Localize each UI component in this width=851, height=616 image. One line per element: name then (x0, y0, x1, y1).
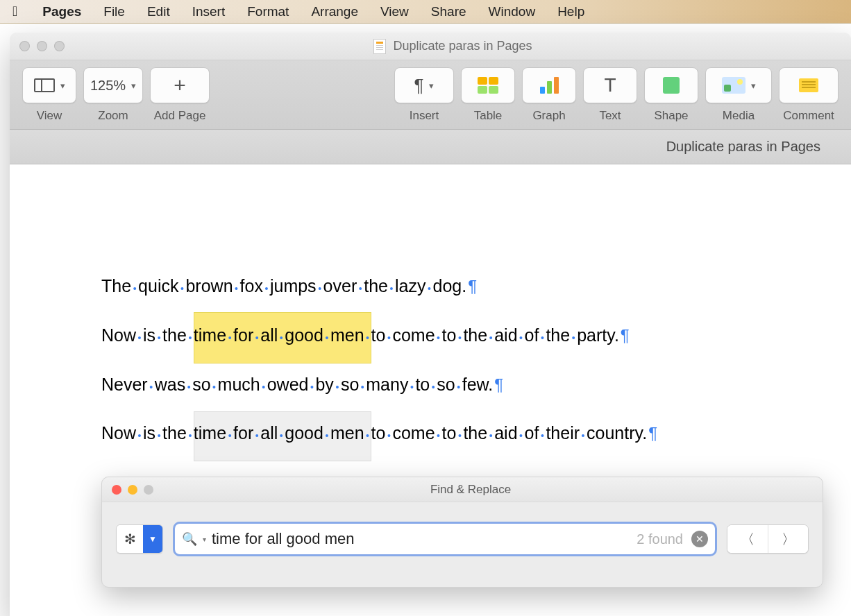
word[interactable]: time (194, 423, 226, 443)
apple-logo-icon[interactable]:  (12, 3, 17, 19)
word[interactable]: so (192, 375, 210, 394)
word[interactable]: owed (267, 375, 309, 394)
word[interactable]: quick (138, 276, 178, 296)
shape-button[interactable] (644, 67, 698, 103)
table-button[interactable] (461, 67, 515, 103)
word[interactable]: is (143, 325, 155, 345)
document-page[interactable]: Thequickbrownfoxjumpsoverthelazydog.¶Now… (10, 164, 851, 616)
word[interactable]: to (415, 375, 430, 394)
word[interactable]: good (285, 423, 323, 443)
app-window: Duplicate paras in Pages ▾ View 125% ▾ Z… (10, 33, 851, 616)
word[interactable]: country. (587, 423, 647, 443)
tab-title[interactable]: Duplicate paras in Pages (666, 139, 820, 155)
word[interactable]: over (323, 276, 357, 296)
word[interactable]: for (233, 325, 253, 345)
menu-edit[interactable]: Edit (136, 0, 181, 24)
window-minimize-button[interactable] (37, 41, 47, 51)
word[interactable]: lazy (395, 276, 426, 296)
menu-insert[interactable]: Insert (181, 0, 237, 24)
add-page-button[interactable]: + (150, 67, 210, 103)
word[interactable]: time (194, 325, 226, 345)
menu-window[interactable]: Window (478, 0, 547, 24)
comment-button[interactable] (779, 67, 839, 103)
window-close-button[interactable] (19, 41, 30, 51)
space-invisible-icon (430, 374, 437, 395)
shape-icon (663, 77, 680, 94)
word[interactable]: few. (462, 375, 493, 394)
word[interactable]: much (218, 375, 260, 394)
menu-help[interactable]: Help (546, 0, 596, 24)
word[interactable]: for (233, 423, 253, 443)
word[interactable]: so (341, 375, 359, 394)
menu-arrange[interactable]: Arrange (300, 0, 369, 24)
paragraph[interactable]: Neverwassomuchowedbysomanytosofew.¶ (101, 374, 851, 395)
word[interactable]: of (525, 325, 539, 345)
word[interactable]: so (437, 375, 455, 394)
word[interactable]: good (285, 325, 323, 345)
space-invisible-icon (260, 374, 267, 395)
word[interactable]: all (260, 325, 278, 345)
word[interactable]: Now (101, 423, 136, 443)
chevron-down-icon[interactable]: ▾ (203, 536, 206, 543)
word[interactable]: aid (494, 423, 517, 443)
word[interactable]: is (143, 423, 155, 443)
word[interactable]: the (162, 325, 187, 345)
word[interactable]: dog. (432, 276, 466, 296)
space-invisible-icon (334, 374, 341, 395)
comment-icon (799, 78, 818, 92)
menu-format[interactable]: Format (236, 0, 300, 24)
word[interactable]: the (364, 276, 388, 296)
paragraph[interactable]: Nowisthetimeforallgoodmentocometotheaido… (101, 422, 851, 444)
word[interactable]: aid (494, 325, 517, 345)
zoom-button[interactable]: 125% ▾ (83, 67, 143, 103)
find-field-wrap: 🔍 ▾ 2 found ✕ (173, 522, 717, 556)
word[interactable]: fox (240, 276, 263, 296)
word[interactable]: party. (577, 325, 619, 345)
word[interactable]: their (546, 423, 580, 443)
window-zoom-button[interactable] (54, 41, 65, 51)
view-button[interactable]: ▾ (22, 67, 76, 103)
word[interactable]: come (392, 325, 435, 345)
menu-share[interactable]: Share (420, 0, 478, 24)
menu-file[interactable]: File (92, 0, 136, 24)
word[interactable]: men (330, 325, 364, 345)
space-invisible-icon (226, 422, 233, 443)
find-input[interactable] (212, 530, 631, 548)
menu-view[interactable]: View (369, 0, 420, 24)
insert-button[interactable]: ¶ ▾ (394, 67, 454, 103)
menu-app[interactable]: Pages (31, 0, 92, 24)
window-titlebar: Duplicate paras in Pages (10, 33, 851, 60)
word[interactable]: jumps (270, 276, 317, 296)
paragraph[interactable]: Thequickbrownfoxjumpsoverthelazydog.¶ (101, 275, 851, 297)
word[interactable]: to (371, 423, 386, 443)
word[interactable]: to (442, 325, 457, 345)
word[interactable]: Never (101, 375, 148, 394)
word[interactable]: The (101, 276, 131, 296)
find-panel-titlebar[interactable]: Find & Replace (102, 477, 823, 502)
word[interactable]: the (463, 423, 487, 443)
text-button[interactable]: T (583, 67, 637, 103)
word[interactable]: the (463, 325, 487, 345)
find-previous-button[interactable]: 〈 (727, 525, 768, 553)
media-button[interactable]: ▾ (705, 67, 772, 103)
graph-button[interactable] (522, 67, 576, 103)
word[interactable]: the (546, 325, 570, 345)
word[interactable]: all (260, 423, 278, 443)
word[interactable]: brown (185, 276, 233, 296)
word[interactable]: of (525, 423, 539, 443)
word[interactable]: to (371, 325, 386, 345)
word[interactable]: to (442, 423, 457, 443)
clear-search-button[interactable]: ✕ (691, 531, 708, 547)
find-options-button[interactable]: ✻ ▼ (116, 524, 163, 554)
find-next-button[interactable]: 〉 (768, 525, 808, 553)
word[interactable]: Now (101, 325, 136, 345)
paragraph[interactable]: Nowisthetimeforallgoodmentocometotheaido… (101, 325, 851, 346)
word[interactable]: come (392, 423, 435, 443)
word[interactable]: the (162, 423, 187, 443)
word[interactable]: by (315, 375, 333, 394)
search-icon[interactable]: 🔍 (182, 531, 197, 547)
space-invisible-icon (323, 325, 330, 345)
word[interactable]: many (366, 375, 408, 394)
word[interactable]: was (155, 375, 185, 394)
word[interactable]: men (330, 423, 364, 443)
